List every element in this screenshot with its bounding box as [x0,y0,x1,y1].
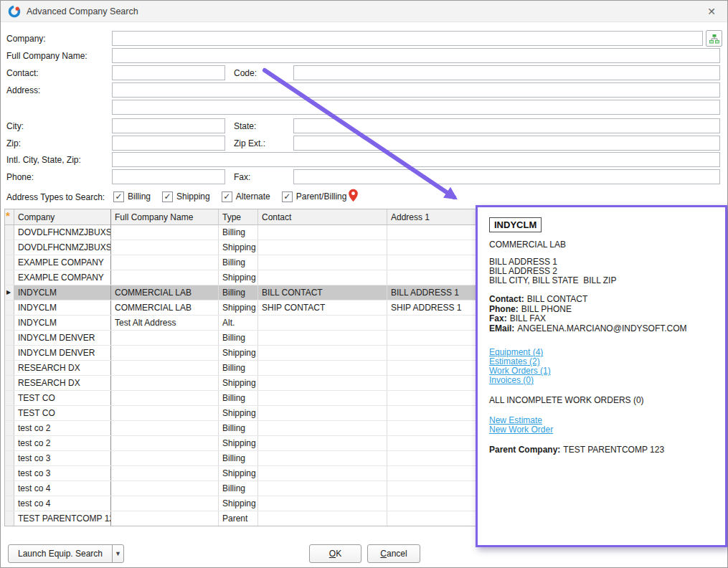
row-selector [5,481,14,496]
zip-ext-input[interactable] [293,136,720,151]
cell-contact [258,255,387,270]
address-types-label: Address Types to Search: [6,192,105,202]
fax-field-value: BILL FAX [510,313,546,323]
checkbox-icon[interactable]: ✓ [222,191,232,202]
row-selector [5,240,14,255]
cell-type: Shipping [219,240,258,255]
address-line: BILL CITY, BILL STATE BILL ZIP [489,276,714,285]
city-input[interactable] [112,118,225,133]
cell-full-company-name [111,451,219,465]
address-input-1[interactable] [112,82,720,98]
cell-full-company-name [111,255,219,270]
cell-company: test co 2 [14,436,111,450]
record-link[interactable]: Invoices (0) [489,376,714,385]
cell-company: test co 3 [14,466,111,481]
cell-full-company-name [111,331,219,345]
full-company-name-input[interactable] [112,48,720,63]
company-detail-panel: INDYCLM COMMERCIAL LAB BILL ADDRESS 1BIL… [476,205,727,547]
checkbox-label: Shipping [176,191,210,202]
cell-company: DOVDLFHCNMZJBUXSLFC [14,225,111,240]
row-selector [5,466,14,481]
cell-type: Shipping [219,496,258,511]
address-type-option[interactable]: ✓Alternate [222,191,270,202]
row-selector [5,511,14,526]
cell-full-company-name [111,436,219,450]
checkbox-icon[interactable]: ✓ [282,191,293,202]
phone-field-label: Phone: [489,304,519,314]
cell-contact [258,225,387,240]
cell-type: Billing [219,225,258,240]
address-type-option[interactable]: ✓Shipping [162,191,210,202]
row-selector [5,225,14,240]
state-input[interactable] [293,118,720,133]
intl-city-state-zip-input[interactable] [112,152,720,167]
cell-type: Parent [219,511,258,526]
row-marker-icon: * [6,209,10,222]
code-label: Code: [234,68,257,78]
cell-contact [258,511,387,526]
contact-input[interactable] [112,65,225,80]
row-selector [5,361,14,375]
cell-full-company-name [111,481,219,496]
phone-input[interactable] [112,169,225,184]
cell-company: INDYCLM DENVER [14,346,111,360]
address-type-option[interactable]: ✓Billing [113,191,151,202]
ok-button[interactable]: OK [309,544,361,563]
row-selector [5,270,14,285]
zip-input[interactable] [112,136,225,151]
chevron-down-icon: ▼ [115,550,121,557]
cell-full-company-name [111,466,219,481]
window-title: Advanced Company Search [27,6,138,16]
column-header-contact[interactable]: Contact [258,209,387,225]
cell-contact [258,466,387,481]
cell-full-company-name: COMMERCIAL LAB [111,300,219,315]
row-selector [5,300,14,315]
row-selector [5,451,14,465]
column-header-full-company-name[interactable]: Full Company Name [111,209,219,225]
cell-type: Alt. [219,316,258,330]
company-input[interactable] [112,31,703,46]
record-links: Equipment (4)Estimates (2)Work Orders (1… [489,348,714,385]
cancel-button[interactable]: Cancel [367,544,420,563]
cell-contact [258,361,387,375]
code-input[interactable] [293,65,720,80]
launch-dropdown-button[interactable]: ▼ [112,544,124,563]
cell-contact [258,451,387,465]
cell-type: Billing [219,481,258,496]
contact-field-label: Contact: [489,294,524,304]
row-selector [5,436,14,450]
contact-field-value: BILL CONTACT [527,294,588,304]
cell-type: Billing [219,421,258,435]
cell-company: INDYCLM [14,300,111,315]
cell-contact [258,436,387,450]
address-input-2[interactable] [112,100,720,115]
row-selector [5,316,14,330]
cell-full-company-name [111,496,219,511]
city-label: City: [6,121,24,131]
checkbox-icon[interactable]: ✓ [162,191,173,202]
checkbox-label: Billing [128,191,151,202]
row-selector [5,255,14,270]
cell-full-company-name [111,391,219,405]
action-link[interactable]: New Work Order [489,425,714,435]
action-links: New EstimateNew Work Order [489,416,714,435]
fax-input[interactable] [293,169,720,184]
panel-contact-block: Contact:BILL CONTACT Phone:BILL PHONE Fa… [489,295,714,333]
cell-full-company-name [111,361,219,375]
close-button[interactable]: ✕ [701,3,722,20]
column-header-type[interactable]: Type [219,209,258,225]
panel-company-name: COMMERCIAL LAB [489,240,714,250]
column-header-company[interactable]: Company [14,209,111,225]
phone-label: Phone: [6,172,34,182]
cell-contact [258,316,387,330]
checkbox-icon[interactable]: ✓ [113,191,124,202]
cell-contact: BILL CONTACT [258,285,387,300]
cell-type: Shipping [219,300,258,315]
address-type-option[interactable]: ✓Parent/Billing [282,191,347,202]
cell-type: Billing [219,451,258,465]
cell-type: Billing [219,331,258,345]
cell-full-company-name [111,406,219,420]
launch-equip-search-button[interactable]: Launch Equip. Search [8,544,113,563]
cell-type: Shipping [219,466,258,481]
company-lookup-button[interactable] [706,30,722,47]
